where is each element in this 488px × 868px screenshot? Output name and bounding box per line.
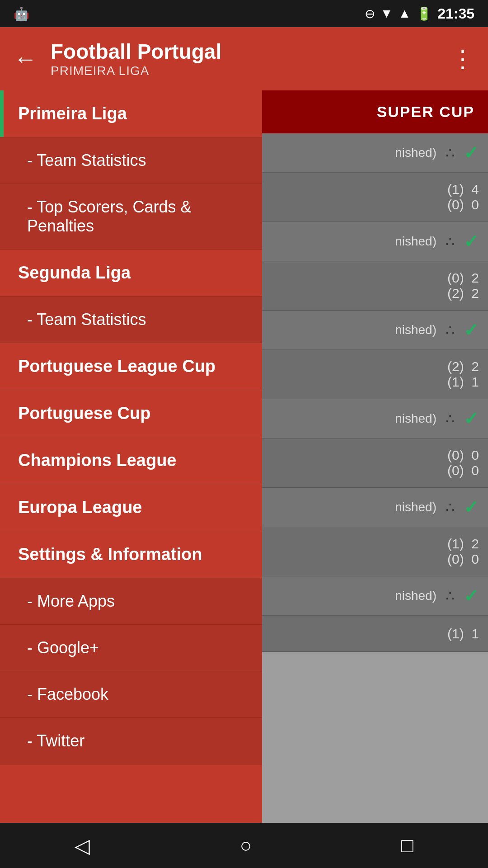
match-row: (1) 2(0) 0: [262, 527, 488, 576]
sidebar-item-primeira-liga[interactable]: Primeira Liga: [0, 90, 262, 137]
sidebar-item-primeira-top-scorers[interactable]: - Top Scorers, Cards & Penalties: [0, 184, 262, 250]
share-icon[interactable]: ∴: [446, 410, 455, 427]
match-score: (0) 2(2) 2: [447, 270, 479, 301]
match-status: nished): [395, 589, 436, 603]
sidebar-item-settings-information[interactable]: Settings & Information: [0, 531, 262, 578]
sidebar-item-portuguese-cup[interactable]: Portuguese Cup: [0, 390, 262, 437]
sidebar-item-twitter[interactable]: - Twitter: [0, 718, 262, 764]
signal-icon: ▲: [398, 6, 411, 21]
check-icon: ✓: [464, 142, 479, 163]
match-row: nished) ∴ ✓: [262, 222, 488, 261]
super-cup-header: SUPER CUP: [262, 90, 488, 133]
share-icon[interactable]: ∴: [446, 144, 455, 161]
match-row: (0) 0(0) 0: [262, 439, 488, 488]
share-icon[interactable]: ∴: [446, 321, 455, 339]
sidebar-item-google-plus[interactable]: - Google+: [0, 625, 262, 671]
check-icon: ✓: [464, 408, 479, 429]
sidebar-item-portuguese-league-cup[interactable]: Portuguese League Cup: [0, 343, 262, 390]
sidebar-item-segunda-team-stats[interactable]: - Team Statistics: [0, 297, 262, 343]
nav-bar: ◁ ○ □: [0, 823, 488, 868]
match-status: nished): [395, 411, 436, 426]
wifi-icon: ▼: [380, 6, 393, 21]
sidebar-item-champions-league[interactable]: Champions League: [0, 437, 262, 484]
match-status: nished): [395, 146, 436, 160]
content-area: SUPER CUP nished) ∴ ✓ (1) 4(0) 0 nished)…: [262, 90, 488, 823]
check-icon: ✓: [464, 585, 479, 606]
match-row: nished) ∴ ✓: [262, 133, 488, 173]
match-score: (1) 2(0) 0: [447, 536, 479, 567]
check-icon: ✓: [464, 320, 479, 340]
match-row: (1) 4(0) 0: [262, 173, 488, 222]
menu-button[interactable]: ⋮: [451, 45, 474, 72]
match-score: (1) 1: [447, 626, 479, 642]
match-row: (0) 2(2) 2: [262, 261, 488, 311]
sidebar-item-facebook[interactable]: - Facebook: [0, 671, 262, 718]
app-bar-titles: Football Portugal PRIMEIRA LIGA: [51, 39, 451, 78]
navigation-drawer: Primeira Liga - Team Statistics - Top Sc…: [0, 90, 262, 823]
status-bar: 🤖 ⊖ ▼ ▲ 🔋 21:35: [0, 0, 488, 27]
share-icon[interactable]: ∴: [446, 587, 455, 604]
nav-back-button[interactable]: ◁: [75, 834, 90, 857]
match-status: nished): [395, 500, 436, 514]
check-icon: ✓: [464, 231, 479, 252]
status-time: 21:35: [437, 5, 474, 22]
match-row: nished) ∴ ✓: [262, 576, 488, 616]
match-status: nished): [395, 323, 436, 337]
app-subtitle: PRIMEIRA LIGA: [51, 64, 451, 78]
match-score: (0) 0(0) 0: [447, 448, 479, 478]
back-button[interactable]: ←: [14, 45, 37, 72]
match-row: (1) 1: [262, 616, 488, 652]
match-row: (2) 2(1) 1: [262, 350, 488, 399]
sidebar-item-more-apps[interactable]: - More Apps: [0, 578, 262, 625]
sidebar-item-europa-league[interactable]: Europa League: [0, 484, 262, 531]
match-score: (1) 4(0) 0: [447, 182, 479, 212]
match-status: nished): [395, 234, 436, 249]
android-icon: 🤖: [14, 6, 29, 21]
match-row: nished) ∴ ✓: [262, 399, 488, 439]
battery-icon: 🔋: [416, 6, 432, 21]
share-icon[interactable]: ∴: [446, 233, 455, 250]
sidebar-item-segunda-liga[interactable]: Segunda Liga: [0, 250, 262, 297]
check-icon: ✓: [464, 497, 479, 518]
dnd-icon: ⊖: [365, 6, 375, 21]
nav-recents-button[interactable]: □: [401, 834, 413, 857]
app-bar: ← Football Portugal PRIMEIRA LIGA ⋮: [0, 27, 488, 90]
app-title: Football Portugal: [51, 39, 451, 64]
share-icon[interactable]: ∴: [446, 499, 455, 516]
match-row: nished) ∴ ✓: [262, 488, 488, 527]
main-container: Primeira Liga - Team Statistics - Top Sc…: [0, 90, 488, 823]
nav-home-button[interactable]: ○: [239, 834, 252, 857]
match-row: nished) ∴ ✓: [262, 311, 488, 350]
match-score: (2) 2(1) 1: [447, 359, 479, 390]
sidebar-item-primeira-team-stats[interactable]: - Team Statistics: [0, 137, 262, 184]
